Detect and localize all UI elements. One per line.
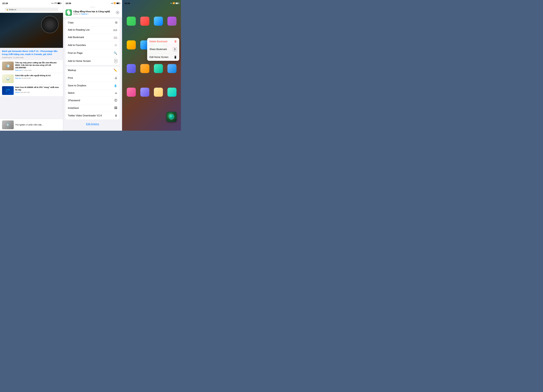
app-icon-violet	[140, 88, 149, 97]
battery-icon-panel2	[116, 2, 120, 4]
app-url-row: tinhte.vn Options ›	[73, 13, 114, 15]
signal-icon: ▪▪▪	[51, 2, 53, 4]
app-icon-cell[interactable]	[138, 9, 152, 33]
action-instasave[interactable]: InstaSave 🖼	[66, 104, 120, 112]
status-icons-panel3: ▪▪▪ 📶	[170, 2, 179, 4]
list-author: Nam Air	[15, 77, 21, 79]
list-item[interactable]: 💨 Trên tay máy phun sương tạo ẩm mini Mo…	[0, 60, 63, 73]
list-time: 27 phút trước	[22, 69, 32, 71]
time-panel2: 18:59	[66, 2, 71, 5]
app-info: Cộng đồng Khoa học & Công nghệ tinhte.vn…	[73, 10, 114, 15]
battery-icon-panel1	[57, 2, 61, 4]
add-home-screen-icon: +	[114, 59, 117, 63]
print-icon: 🖨	[114, 76, 117, 80]
app-icon-cell[interactable]	[124, 80, 138, 104]
action-find-on-page[interactable]: Find on Page 🔍	[66, 49, 120, 57]
dropbox-label: Save to Dropbox	[68, 84, 86, 87]
action-print[interactable]: Print 🖨	[66, 74, 120, 82]
list-author: bk9sw	[15, 91, 20, 93]
tinhte-icon-shape	[169, 114, 174, 119]
action-add-home-screen[interactable]: Add to Home Screen +	[66, 57, 120, 65]
list-author: Rubi Lee	[15, 69, 22, 71]
onepassword-icon: ⓵	[114, 99, 117, 102]
context-share-bookmark[interactable]: Share Bookmark ⬆	[147, 45, 179, 54]
list-time: 42 phút trước	[21, 77, 31, 79]
url-text: tinhte.vn	[9, 8, 16, 11]
edit-home-screen-label: Edit Home Screen	[149, 56, 169, 58]
tinhte-app-icon[interactable]	[166, 112, 177, 122]
action-section-primary: Copy ⧉ Add to Reading List ◎◎ Add Bookma…	[66, 19, 120, 65]
sheet-header: Cộng đồng Khoa học & Công nghệ tinhte.vn…	[63, 7, 122, 17]
signal-icon-p3: ▪▪▪	[170, 2, 172, 4]
app-icon-cell[interactable]	[124, 57, 138, 80]
action-twitter-downloader[interactable]: Twitter Video Downloader V2.6 ⬇	[66, 112, 120, 119]
context-edit-home-screen[interactable]: Edit Home Screen 📱	[147, 54, 179, 61]
status-bar-panel2: 18:59 ▪▪▪ 📶	[63, 0, 122, 6]
app-icon-cell[interactable]	[152, 9, 165, 33]
status-icons-panel2: ▪▪▪ 📶	[111, 2, 120, 4]
wifi-icon-p3: 📶	[173, 2, 175, 4]
copy-label: Copy	[68, 21, 74, 24]
twitter-downloader-icon: ⬇	[115, 114, 117, 117]
app-icon-cell[interactable]	[138, 80, 152, 104]
list-text: Cách bảo quản cơm nguội không bị hư Nam …	[15, 74, 61, 83]
turntable-image	[41, 16, 59, 33]
instasave-label: InstaSave	[68, 107, 79, 109]
action-skitch[interactable]: Skitch ≫	[66, 90, 120, 97]
instasave-icon: 🖼	[114, 106, 117, 110]
action-add-bookmark[interactable]: Add Bookmark 📖	[66, 34, 120, 41]
app-icon-cell[interactable]	[165, 80, 179, 104]
action-add-favorites[interactable]: Add to Favorites ☆	[66, 41, 120, 49]
app-icon-magenta	[127, 88, 136, 97]
app-icon-green	[127, 17, 136, 26]
copy-icon: ⧉	[115, 21, 117, 24]
hero-image	[0, 13, 63, 48]
markup-label: Markup	[68, 69, 76, 72]
app-icon-cell[interactable]	[165, 9, 179, 33]
context-delete-bookmark[interactable]: Delete Bookmark 🗑	[147, 38, 179, 45]
action-dropbox[interactable]: Save to Dropbox 💧	[66, 82, 120, 90]
signal-icon-p2: ▪▪▪	[111, 2, 113, 4]
find-on-page-icon: 🔍	[114, 51, 117, 55]
list-title: Cách bảo quản cơm nguội không bị hư	[15, 74, 61, 77]
action-copy[interactable]: Copy ⧉	[66, 19, 120, 26]
panel-share-sheet: 18:59 ▪▪▪ 📶 Cộng đồng Khoa học & Công ng…	[63, 0, 122, 131]
action-reading-list[interactable]: Add to Reading List ◎◎	[66, 26, 120, 34]
edit-actions-link[interactable]: Edit Actions	[86, 123, 99, 125]
sheet-close-button[interactable]: ✕	[115, 11, 120, 15]
add-favorites-label: Add to Favorites	[68, 44, 86, 47]
list-title: Trên tay máy phun sương tạo ẩm mini Moca…	[15, 62, 61, 69]
app-icon-cell[interactable]	[124, 9, 138, 33]
options-link[interactable]: Options ›	[81, 13, 89, 15]
lte-label: LTE	[54, 2, 57, 4]
edit-home-screen-icon: 📱	[174, 56, 177, 59]
list-item[interactable]: COREi9 Intel Core i9-10900K sẽ là CPU "n…	[0, 85, 63, 97]
leaf-shape	[66, 10, 71, 15]
article-title[interactable]: Đánh giá Simaudio Moon 110LP V2 - Phonos…	[0, 48, 63, 56]
app-icon-teal	[154, 64, 163, 73]
app-icon	[66, 9, 72, 16]
bottom-text: Thử nghiệm 17 phần mềm diệt...	[14, 124, 43, 126]
panel-home-screen: 18:58 ▪▪▪ 📶	[122, 0, 181, 131]
app-icon-cell[interactable]	[124, 33, 138, 57]
app-icon-blue3	[167, 64, 176, 73]
bottom-item[interactable]: 🛡️ Thử nghiệm 17 phần mềm diệt...	[0, 119, 63, 131]
list-time: một giờ trước	[20, 91, 30, 93]
app-icon-cyan	[167, 88, 176, 97]
action-1password[interactable]: 1Password ⓵	[66, 97, 120, 104]
action-markup[interactable]: Markup ✏️	[66, 67, 120, 74]
url-bar[interactable]: 🔒 tinhte.vn	[0, 6, 63, 13]
lock-icon: 🔒	[6, 9, 8, 11]
onepassword-label: 1Password	[68, 99, 80, 102]
panel-safari-tinhte: 22:29 ▪▪▪ LTE 🔒 tinhte.vn Đánh giá Simau…	[0, 0, 63, 131]
list-item[interactable]: 🍚 Cách bảo quản cơm nguội không bị hư Na…	[0, 73, 63, 85]
status-bar-panel3: 18:58 ▪▪▪ 📶	[122, 0, 181, 6]
context-menu: Delete Bookmark 🗑 Share Bookmark ⬆ Edit …	[147, 38, 179, 61]
dropbox-icon: 💧	[114, 84, 117, 87]
list-meta: Rubi Lee 27 phút trước	[15, 69, 61, 71]
list-text: Trên tay máy phun sương tạo ẩm mini Moca…	[15, 62, 61, 71]
list-meta: bk9sw một giờ trước	[15, 91, 61, 93]
app-icon-cell[interactable]	[152, 80, 165, 104]
wifi-icon: 📶	[114, 2, 116, 4]
time-panel1: 22:29	[2, 2, 8, 5]
